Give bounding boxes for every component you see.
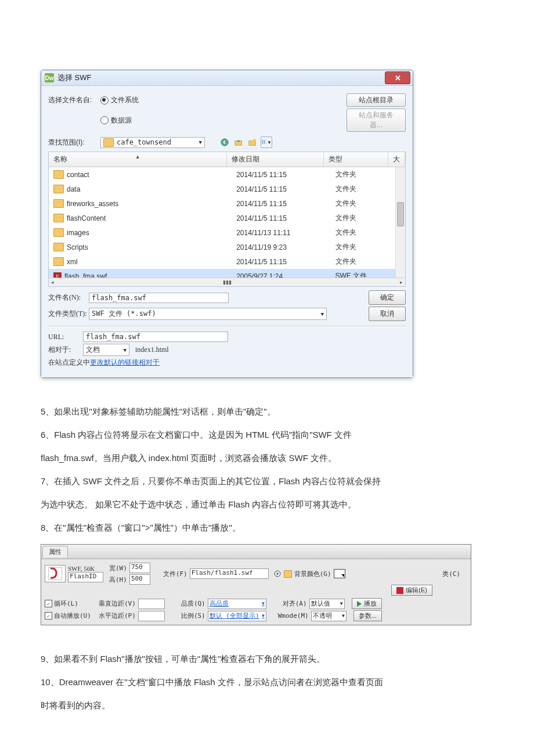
back-icon[interactable] xyxy=(219,136,230,148)
file-list: 名称▲ 修改日期 类型 大 contact2014/11/5 11:15文件夹d… xyxy=(48,152,406,287)
paragraph-10a: 10、Dreamweaver 在"文档"窗口中播放 Flash 文件，显示站点访… xyxy=(41,672,493,693)
file-input[interactable]: Flash/flash1.swf xyxy=(190,568,269,579)
svg-rect-6 xyxy=(262,142,263,143)
file-row[interactable]: images2014/11/13 11:11文件夹 xyxy=(49,225,405,240)
file-row[interactable]: Fflash_fma.swf2005/9/27 1:24SWF 文件 xyxy=(49,269,405,278)
bgcolor-swatch[interactable] xyxy=(334,569,345,578)
folder-icon xyxy=(53,185,64,193)
cancel-button[interactable]: 取消 xyxy=(369,307,406,321)
look-in-label: 查找范围(I): xyxy=(48,138,100,147)
paragraph-10b: 时将看到的内容。 xyxy=(41,695,493,716)
horizontal-scrollbar[interactable]: ◂▮▮▮▸ xyxy=(49,278,405,286)
paragraph-8: 8、在"属性"检查器（"窗口">"属性"）中单击"播放"。 xyxy=(41,517,493,538)
svg-point-0 xyxy=(221,139,228,146)
folder-icon xyxy=(53,199,64,208)
paragraph-6b: flash_fma.swf。当用户载入 index.html 页面时，浏览器会播… xyxy=(41,448,493,469)
site-root-button[interactable]: 站点根目录 xyxy=(347,93,406,107)
vspace-input[interactable] xyxy=(138,599,165,609)
file-list-header[interactable]: 名称▲ 修改日期 类型 大 xyxy=(49,152,405,167)
dialog-title: 选择 SWF xyxy=(57,73,92,83)
url-label: URL: xyxy=(48,333,83,341)
folder-icon xyxy=(53,257,64,266)
file-row[interactable]: Scripts2014/11/19 9:23文件夹 xyxy=(49,240,405,254)
folder-icon xyxy=(53,170,64,179)
dreamweaver-icon: Dw xyxy=(45,73,54,82)
swf-thumbnail xyxy=(45,565,66,582)
file-row[interactable]: contact2014/11/5 11:15文件夹 xyxy=(49,167,405,182)
folder-icon xyxy=(53,228,64,237)
loop-checkbox[interactable]: ✓ xyxy=(45,600,52,607)
paragraph-7a: 7、在插入 SWF 文件之后，只要你不单击页面上的其它位置，Flash 内容占位… xyxy=(41,471,493,492)
properties-tab[interactable]: 属性 xyxy=(42,546,68,557)
filename-label: 文件名(N): xyxy=(48,293,89,303)
height-input[interactable]: 500 xyxy=(129,574,150,585)
file-row[interactable]: fireworks_assets2014/11/5 11:15文件夹 xyxy=(49,196,405,211)
point-to-file-icon[interactable] xyxy=(273,570,282,578)
parameters-button[interactable]: 参数... xyxy=(353,610,382,621)
file-row[interactable]: flashContent2014/11/5 11:15文件夹 xyxy=(49,211,405,225)
hspace-input[interactable] xyxy=(138,611,165,621)
radio-datasource[interactable] xyxy=(100,116,109,124)
svg-point-10 xyxy=(276,573,278,575)
site-server-button: 站点和服务器... xyxy=(347,109,406,132)
filetype-dropdown[interactable]: SWF 文件 (*.swf)▼ xyxy=(89,308,327,320)
quality-dropdown[interactable]: 高品质▼ xyxy=(208,599,266,609)
folder-icon xyxy=(53,214,64,222)
relative-label: 相对于: xyxy=(48,345,83,355)
change-default-link[interactable]: 更改默认的链接相对于 xyxy=(90,358,160,368)
svg-rect-5 xyxy=(264,141,265,142)
look-in-dropdown[interactable]: cafe_townsend ▼ xyxy=(100,137,205,148)
relative-dropdown[interactable]: 文档▼ xyxy=(83,344,129,356)
svg-rect-7 xyxy=(264,142,265,143)
select-swf-dialog: Dw 选择 SWF ✕ 选择文件名自: 文件系统 站点根目录 数据源 站点和服务… xyxy=(41,70,413,378)
ok-button[interactable]: 确定 xyxy=(369,290,406,305)
flash-icon xyxy=(396,587,403,594)
folder-icon xyxy=(103,138,114,147)
view-menu-icon[interactable]: ▼ xyxy=(261,136,272,148)
align-dropdown[interactable]: 默认值▼ xyxy=(309,599,345,609)
paragraph-7b: 为选中状态。 如果它不处于选中状态，通过单击 Flash 内容占位符即可将其选中… xyxy=(41,494,493,515)
relative-file: index1.html xyxy=(135,345,169,354)
flash-id-input[interactable]: FlashID xyxy=(68,572,103,582)
link-prefix: 在站点定义中 xyxy=(48,358,90,368)
file-row[interactable]: data2014/11/5 11:15文件夹 xyxy=(49,182,405,196)
swf-file-icon: F xyxy=(53,272,62,278)
wmode-dropdown[interactable]: 不透明▼ xyxy=(311,611,347,621)
url-input[interactable]: flash_fma.swf xyxy=(83,332,228,342)
svg-point-3 xyxy=(253,139,256,142)
radio-filesystem[interactable] xyxy=(100,96,109,105)
swf-size-label: SWF, 56K xyxy=(68,565,103,572)
edit-button[interactable]: 编辑(E) xyxy=(391,585,432,596)
svg-rect-4 xyxy=(262,141,263,142)
play-button[interactable]: 播放 xyxy=(352,598,382,609)
browse-folder-icon[interactable] xyxy=(284,570,292,578)
select-from-label: 选择文件名自: xyxy=(48,95,100,105)
filename-input[interactable]: flash_fma.swf xyxy=(89,293,229,303)
autoplay-checkbox[interactable]: ✓ xyxy=(45,612,52,620)
properties-panel: 属性 SWF, 56K FlashID 宽(W)750 高(H)500 文件(F… xyxy=(41,544,471,625)
paragraph-9: 9、如果看不到 Flash"播放"按钮，可单击"属性"检查器右下角的展开箭头。 xyxy=(41,649,493,669)
play-icon xyxy=(357,601,362,607)
width-input[interactable]: 750 xyxy=(129,563,150,573)
scale-dropdown[interactable]: 默认 (全部显示)▼ xyxy=(208,611,266,621)
vertical-scrollbar[interactable] xyxy=(395,167,405,278)
folder-icon xyxy=(53,243,64,251)
new-folder-icon[interactable] xyxy=(247,136,258,148)
paragraph-6a: 6、Flash 内容占位符将显示在文档窗口中。这是因为 HTML 代码"指向"S… xyxy=(41,424,493,445)
dialog-titlebar[interactable]: Dw 选择 SWF ✕ xyxy=(41,70,413,86)
filetype-label: 文件类型(T): xyxy=(48,309,89,319)
file-row[interactable]: xml2014/11/5 11:15文件夹 xyxy=(49,254,405,269)
close-button[interactable]: ✕ xyxy=(385,71,410,84)
paragraph-5: 5、如果出现"对象标签辅助功能属性"对话框，则单击"确定"。 xyxy=(41,401,493,422)
up-folder-icon[interactable] xyxy=(233,136,244,148)
